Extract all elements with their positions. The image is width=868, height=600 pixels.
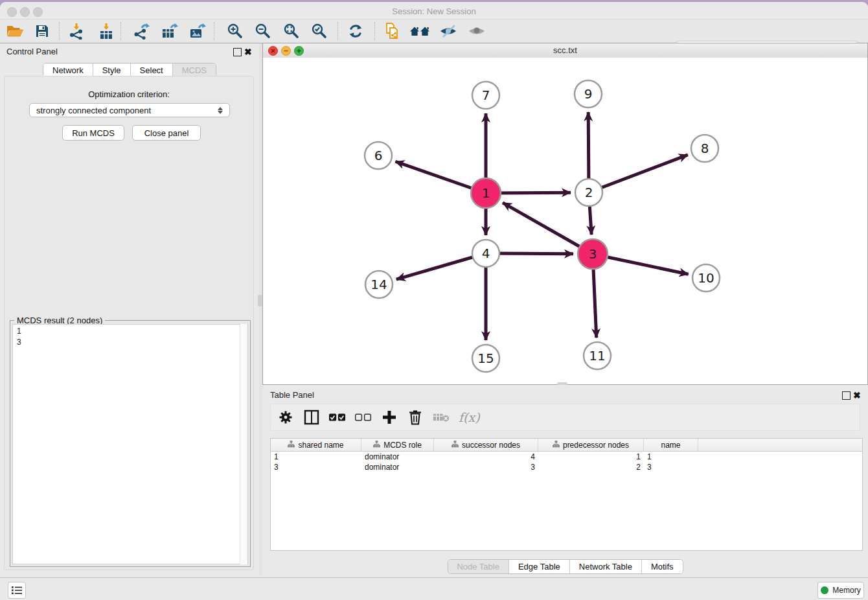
graph-node-label-3: 3 xyxy=(589,246,597,262)
criterion-dropdown[interactable]: strongly connected component xyxy=(29,103,230,117)
cell-shared-name[interactable]: 3 xyxy=(271,462,361,472)
result-scrollbar[interactable] xyxy=(240,324,248,564)
export-table-icon[interactable] xyxy=(157,21,181,41)
cell-name[interactable]: 3 xyxy=(644,462,698,472)
graph-node-label-11: 11 xyxy=(589,348,605,363)
network-file-title: scc.txt xyxy=(263,45,867,55)
tab-network-table[interactable]: Network Table xyxy=(569,560,641,573)
window-titlebar: Session: New Session xyxy=(0,2,868,19)
node-table: shared nameMCDS rolesuccessor nodesprede… xyxy=(270,438,863,551)
select-all-columns-icon[interactable] xyxy=(329,409,346,426)
graph-node-label-4: 4 xyxy=(482,246,490,261)
toolbar-separator xyxy=(120,22,121,40)
cell-predecessor-nodes[interactable]: 2 xyxy=(538,462,644,472)
memory-label: Memory xyxy=(832,586,860,595)
import-table-icon[interactable] xyxy=(94,21,119,41)
function-builder-icon[interactable]: f(x) xyxy=(459,410,480,424)
table-row-1[interactable]: 1dominator411 xyxy=(271,452,862,462)
dropdown-stepper-icon xyxy=(218,107,223,114)
control-panel-header: Control Panel ✖ xyxy=(0,46,259,58)
table-toolbar: f(x) xyxy=(270,404,860,431)
hide-selected-icon[interactable] xyxy=(436,21,461,41)
column-label: predecessor nodes xyxy=(563,441,629,450)
tab-style[interactable]: Style xyxy=(93,63,130,77)
mcds-result-list[interactable]: 1 3 xyxy=(12,324,248,564)
close-table-panel-icon[interactable]: ✖ xyxy=(853,390,861,400)
settings-gear-icon[interactable] xyxy=(277,409,294,426)
cell-name[interactable]: 1 xyxy=(644,452,698,462)
first-neighbors-icon[interactable] xyxy=(407,21,432,41)
float-panel-icon[interactable] xyxy=(233,48,242,56)
memory-status-icon xyxy=(821,586,828,594)
graph-node-label-7: 7 xyxy=(482,87,490,103)
tab-mcds[interactable]: MCDS xyxy=(172,63,216,77)
control-panel-title: Control Panel xyxy=(6,47,58,56)
network-view-window: scc.txt 7968124314101511 xyxy=(262,43,868,385)
graph-node-label-15: 15 xyxy=(477,351,494,366)
split-view-icon[interactable] xyxy=(303,409,320,426)
edge-2-8[interactable] xyxy=(589,155,688,192)
tab-node-table[interactable]: Node Table xyxy=(448,560,508,573)
export-network-icon[interactable] xyxy=(129,21,154,41)
add-column-icon[interactable] xyxy=(381,409,398,426)
import-network-icon[interactable] xyxy=(64,21,89,41)
copy-network-icon[interactable] xyxy=(380,21,404,41)
application-window: Session: New Session xyxy=(0,0,868,600)
window-title: Session: New Session xyxy=(0,6,868,16)
export-image-icon[interactable] xyxy=(185,21,209,41)
column-tree-icon xyxy=(553,441,560,450)
column-label: name xyxy=(661,441,680,450)
cell-successor-nodes[interactable]: 3 xyxy=(434,462,538,472)
float-table-panel-icon[interactable] xyxy=(842,391,851,400)
memory-button[interactable]: Memory xyxy=(817,582,864,599)
table-row-2[interactable]: 3dominator323 xyxy=(271,462,862,472)
network-window-titlebar[interactable]: scc.txt xyxy=(263,43,867,58)
show-all-icon[interactable] xyxy=(464,21,489,41)
network-canvas[interactable]: 7968124314101511 xyxy=(263,58,867,384)
graph-node-label-8: 8 xyxy=(701,141,709,156)
splitter-grip[interactable] xyxy=(258,295,262,306)
tab-select[interactable]: Select xyxy=(130,63,172,77)
tab-edge-table[interactable]: Edge Table xyxy=(508,560,569,573)
column-label: successor nodes xyxy=(462,441,520,450)
column-header-name[interactable]: name xyxy=(644,439,698,451)
column-header-MCDS-role[interactable]: MCDS role xyxy=(361,439,434,451)
table-panel-header: Table Panel ✖ xyxy=(262,389,868,401)
toolbar-separator xyxy=(374,22,375,40)
zoom-in-icon[interactable] xyxy=(222,21,247,41)
toolbar-separator xyxy=(337,22,338,40)
refresh-view-icon[interactable] xyxy=(343,21,368,41)
mcds-result-group: MCDS result (2 nodes) 1 3 xyxy=(10,320,251,567)
open-session-icon[interactable] xyxy=(3,21,27,41)
column-header-predecessor-nodes[interactable]: predecessor nodes xyxy=(538,439,644,451)
column-label: MCDS role xyxy=(383,441,422,450)
task-history-button[interactable] xyxy=(8,582,26,599)
unselect-all-columns-icon[interactable] xyxy=(355,409,372,426)
column-header-successor-nodes[interactable]: successor nodes xyxy=(434,439,538,451)
table-body: 1dominator4113dominator323 xyxy=(271,452,862,472)
cell-successor-nodes[interactable]: 4 xyxy=(434,452,538,462)
cell-MCDS-role[interactable]: dominator xyxy=(361,462,434,472)
status-bar: Memory xyxy=(0,577,868,600)
cell-shared-name[interactable]: 1 xyxy=(271,452,361,462)
tab-motifs[interactable]: Motifs xyxy=(641,560,683,573)
toolbar-separator xyxy=(59,22,60,40)
delete-columns-icon[interactable] xyxy=(407,409,424,426)
close-panel-icon[interactable]: ✖ xyxy=(244,47,252,57)
delete-table-icon[interactable] xyxy=(433,409,450,426)
tab-network[interactable]: Network xyxy=(43,63,93,77)
zoom-out-icon[interactable] xyxy=(250,21,275,41)
save-session-icon[interactable] xyxy=(30,21,54,41)
zoom-fit-icon[interactable] xyxy=(279,21,303,41)
zoom-selected-icon[interactable] xyxy=(306,21,331,41)
cell-predecessor-nodes[interactable]: 1 xyxy=(538,452,644,462)
graph-node-label-6: 6 xyxy=(374,148,383,163)
horizontal-splitter-grip[interactable] xyxy=(557,382,567,385)
table-panel: Table Panel ✖ xyxy=(262,386,868,575)
cell-MCDS-role[interactable]: dominator xyxy=(361,452,434,462)
toolbar-separator xyxy=(214,22,214,40)
criterion-value: strongly connected component xyxy=(36,106,151,115)
run-mcds-button[interactable]: Run MCDS xyxy=(62,125,124,141)
column-header-shared-name[interactable]: shared name xyxy=(271,439,361,451)
close-panel-button[interactable]: Close panel xyxy=(132,125,201,141)
